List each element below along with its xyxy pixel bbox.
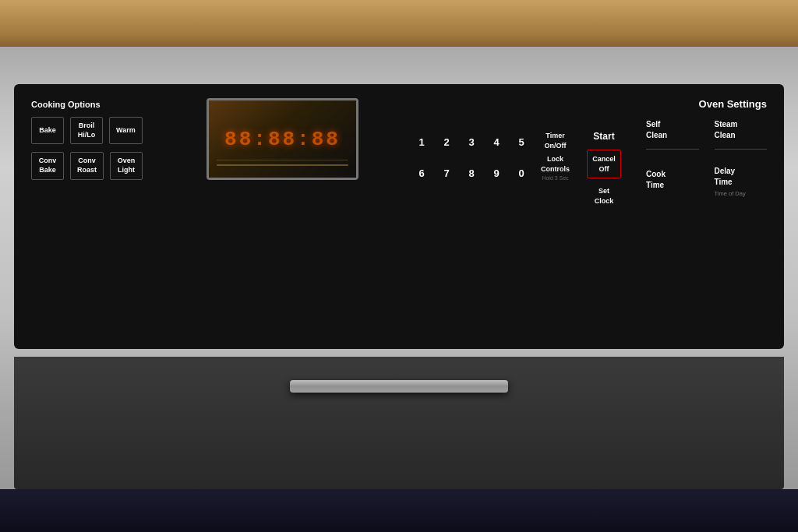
settings-divider-left: [646, 149, 699, 152]
key-7[interactable]: 7: [438, 162, 455, 184]
settings-divider-right: [715, 149, 768, 152]
delay-time-area: DelayTime Time of Day: [715, 163, 768, 197]
bake-button[interactable]: Bake: [31, 117, 64, 144]
key-2[interactable]: 2: [438, 131, 455, 153]
key-0[interactable]: 0: [513, 162, 530, 184]
warm-button[interactable]: Warm: [109, 117, 143, 144]
start-cancel-section: Start CancelOff SetClock: [577, 98, 630, 206]
conv-roast-button[interactable]: ConvRoast: [70, 152, 104, 179]
steam-clean-button[interactable]: SteamClean: [715, 119, 768, 141]
conv-bake-button[interactable]: ConvBake: [31, 152, 64, 179]
display-inner: 88:88:88: [209, 100, 356, 178]
key-8[interactable]: 8: [463, 162, 480, 184]
counter-top: [0, 0, 798, 51]
display-window: 88:88:88: [207, 98, 358, 180]
delay-time-button[interactable]: DelayTime: [715, 166, 736, 188]
cook-time-button[interactable]: CookTime: [646, 163, 699, 197]
cooking-options-row1: Bake BroilHi/Lo Warm: [31, 117, 152, 144]
hold-3-sec-label: Hold 3 Sec: [541, 175, 570, 181]
key-4[interactable]: 4: [488, 131, 505, 153]
key-6[interactable]: 6: [413, 162, 430, 184]
start-button[interactable]: Start: [593, 131, 614, 142]
timer-button[interactable]: TimerOn/Off: [541, 131, 570, 150]
oven-settings-section: Oven Settings SelfClean SteamClean CookT…: [630, 98, 767, 197]
numpad-area: 1 2 3 4 5 6 7 8 9 0 TimerOn/Off LockCont…: [413, 98, 570, 184]
key-5[interactable]: 5: [513, 131, 530, 153]
lock-controls-button[interactable]: LockControls: [541, 154, 570, 174]
oven-door: [14, 357, 784, 489]
cooking-options-row2: ConvBake ConvRoast OvenLight: [31, 152, 152, 179]
clock-digits: 88:88:88: [224, 128, 341, 151]
lock-controls-area: LockControls Hold 3 Sec: [541, 150, 570, 181]
key-9[interactable]: 9: [488, 162, 505, 184]
func-buttons: TimerOn/Off LockControls Hold 3 Sec: [535, 131, 570, 184]
oven-settings-grid: SelfClean SteamClean CookTime DelayTime …: [646, 119, 767, 197]
control-panel: Cooking Options Bake BroilHi/Lo Warm Con…: [14, 84, 784, 349]
floor: [0, 489, 798, 532]
oven-light-button[interactable]: OvenLight: [110, 152, 143, 179]
broil-button[interactable]: BroilHi/Lo: [70, 117, 103, 144]
key-3[interactable]: 3: [463, 131, 480, 153]
oven-handle[interactable]: [290, 380, 508, 393]
cooking-options-section: Cooking Options Bake BroilHi/Lo Warm Con…: [31, 98, 152, 180]
numpad-grid: 1 2 3 4 5 6 7 8 9 0: [413, 131, 530, 184]
cooking-options-title: Cooking Options: [31, 100, 152, 109]
cancel-off-button[interactable]: CancelOff: [587, 150, 621, 178]
oven-settings-title: Oven Settings: [646, 98, 767, 110]
rack-lines-2: [217, 160, 348, 160]
time-of-day-label: Time of Day: [715, 190, 768, 197]
rack-lines: [217, 164, 348, 166]
display-section: 88:88:88: [152, 98, 413, 180]
set-clock-button[interactable]: SetClock: [595, 186, 614, 206]
self-clean-button[interactable]: SelfClean: [646, 119, 699, 141]
key-1[interactable]: 1: [413, 131, 430, 153]
